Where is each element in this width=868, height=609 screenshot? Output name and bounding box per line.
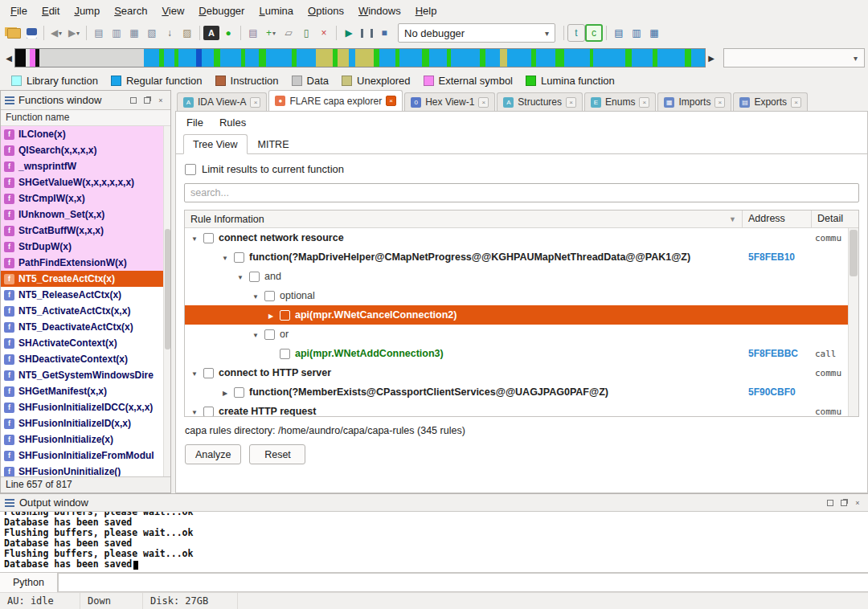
capa-tree-row[interactable]: and (185, 267, 858, 286)
function-row[interactable]: f SHFusionInitialize(x) (1, 431, 170, 448)
function-row[interactable]: f SHFusionInitializeIDCC(x,x,x) (1, 399, 170, 415)
tab-enums[interactable]: E Enums × (584, 92, 656, 111)
rule-checkbox[interactable] (264, 291, 275, 301)
delete-icon[interactable]: × (315, 24, 333, 42)
navband-scroll-left-icon[interactable]: ◀ (3, 54, 14, 63)
function-row[interactable]: f PathFindExtensionW(x) (1, 255, 170, 271)
expand-arrow-icon[interactable] (190, 406, 199, 417)
function-row[interactable]: f NT5_CreateActCtx(x) (1, 271, 170, 287)
tab-close-icon[interactable]: × (714, 97, 725, 108)
rule-checkbox[interactable] (264, 329, 275, 340)
capa-tree-row[interactable]: optional (185, 286, 858, 305)
rule-checkbox[interactable] (249, 272, 260, 282)
table-scrollbar[interactable] (848, 228, 858, 416)
rule-checkbox[interactable] (203, 233, 214, 243)
capa-tree-row[interactable]: api(mpr.WNetCancelConnection2) (185, 305, 858, 325)
text-color-icon[interactable] (203, 26, 219, 40)
tab-ida-view-a[interactable]: A IDA View-A × (177, 92, 267, 111)
add-breakpoint-icon[interactable]: + (262, 24, 280, 42)
function-list-icon[interactable]: ▤ (90, 24, 108, 42)
analyze-button[interactable]: Analyze (185, 444, 241, 464)
function-next-icon[interactable]: ▦ (125, 24, 143, 42)
capa-tree-row[interactable]: connect network resource commu (185, 228, 858, 247)
function-row[interactable]: f _wnsprintfW (1, 158, 170, 174)
navband-range-select[interactable]: ▾ (723, 48, 865, 67)
rule-checkbox[interactable] (280, 349, 290, 359)
output-window-titlebar[interactable]: Output window × (0, 494, 868, 512)
capa-menu-rules[interactable]: Rules (212, 113, 253, 132)
capa-tree-row[interactable]: function(?MapDriveHelper@CMapNetProgress… (185, 247, 858, 267)
function-row[interactable]: f NT5_DeactivateActCtx(x) (1, 319, 170, 335)
scrollbar-thumb[interactable] (850, 230, 858, 276)
capa-tree-row[interactable]: function(?MemberExists@CPassportClientSe… (185, 382, 858, 402)
tab-close-icon[interactable]: × (566, 97, 576, 108)
function-prev-icon[interactable]: ▥ (108, 24, 125, 42)
capa-tree-row[interactable]: api(mpr.WNetAddConnection3) 5F8FEBBC cal… (185, 344, 858, 363)
rule-checkbox[interactable] (203, 407, 214, 417)
function-row[interactable]: f SHGetValueW(x,x,x,x,x,x) (1, 174, 170, 190)
expand-arrow-icon[interactable] (190, 232, 199, 243)
tab-flare-capa-explorer[interactable]: ● FLARE capa explorer × (268, 90, 403, 111)
restore-button[interactable] (838, 497, 850, 509)
menu-lumina[interactable]: Lumina (252, 2, 301, 20)
lumina-status-icon[interactable]: ● (219, 24, 237, 42)
tab-close-icon[interactable]: × (639, 97, 649, 108)
toolbar-separator[interactable] (43, 26, 44, 40)
tab-hex-view-1[interactable]: 0 Hex View-1 × (404, 92, 495, 111)
tracing-options-icon[interactable]: t (567, 24, 585, 42)
capa-tab-mitre[interactable]: MITRE (249, 135, 298, 153)
function-row[interactable]: f NT5_ReleaseActCtx(x) (1, 287, 170, 303)
debugger-stop-icon[interactable]: ■ (375, 24, 393, 42)
edit-function-icon[interactable]: ▱ (280, 24, 297, 42)
navigate-forward-icon[interactable]: ▶ (65, 24, 83, 42)
python-selector[interactable]: Python (0, 573, 58, 592)
function-row[interactable]: f IUnknown_Set(x,x) (1, 206, 170, 223)
expand-arrow-icon[interactable] (221, 386, 229, 398)
rule-checkbox[interactable] (280, 310, 290, 321)
column-rule-information[interactable]: Rule Information ▼ (185, 210, 743, 227)
function-row[interactable]: f StrCatBuffW(x,x,x) (1, 223, 170, 239)
toolbar-separator[interactable] (86, 26, 87, 40)
toolbar-separator[interactable] (240, 26, 241, 40)
close-button[interactable]: × (155, 95, 166, 106)
expand-arrow-icon[interactable] (252, 329, 260, 340)
open-file-icon[interactable] (5, 24, 23, 42)
search-input[interactable] (184, 183, 859, 202)
minimize-button[interactable] (128, 95, 139, 106)
toolbar-separator[interactable] (199, 26, 200, 40)
patch-icon[interactable]: ▨ (178, 24, 196, 42)
expand-arrow-icon[interactable] (236, 271, 244, 282)
restore-button[interactable] (141, 95, 153, 106)
toolbar-separator[interactable] (336, 26, 337, 40)
function-row[interactable]: f StrCmpIW(x,x) (1, 190, 170, 206)
rule-checkbox[interactable] (234, 252, 244, 263)
expand-arrow-icon[interactable] (221, 251, 229, 263)
function-row[interactable]: f ILClone(x) (1, 126, 170, 142)
debugger-run-icon[interactable]: ▶ (340, 24, 358, 42)
output-log[interactable]: Flushing buffers, please wait...okDataba… (0, 512, 868, 572)
sort-icon[interactable]: ▼ (729, 215, 736, 223)
rule-checkbox[interactable] (203, 368, 214, 378)
open-subview-icon[interactable]: ▤ (610, 24, 628, 42)
menu-file[interactable]: File (3, 2, 35, 20)
functions-window-titlebar[interactable]: Functions window × (1, 91, 170, 110)
capa-explorer-toggle-icon[interactable]: c (585, 24, 603, 42)
expand-arrow-icon[interactable] (267, 309, 275, 321)
function-stack-icon[interactable]: ▧ (143, 24, 161, 42)
segments-icon[interactable]: ▤ (244, 24, 262, 42)
menu-help[interactable]: Help (408, 2, 444, 20)
tab-close-icon[interactable]: × (386, 96, 396, 106)
python-input[interactable] (58, 573, 868, 592)
navigate-back-icon[interactable]: ◀ (47, 24, 65, 42)
column-detail[interactable]: Detail (812, 210, 858, 227)
cursor-icon[interactable]: ▯ (297, 24, 315, 42)
expand-arrow-icon[interactable] (252, 290, 260, 301)
menu-options[interactable]: Options (301, 2, 351, 20)
toolbar-separator[interactable] (606, 26, 607, 40)
scrollbar-thumb[interactable] (165, 229, 170, 349)
menu-view[interactable]: View (154, 2, 191, 20)
tab-exports[interactable]: ▤ Exports × (733, 92, 808, 111)
tab-close-icon[interactable]: × (791, 97, 801, 108)
menu-debugger[interactable]: Debugger (191, 2, 252, 20)
menu-jump[interactable]: Jump (67, 2, 107, 20)
